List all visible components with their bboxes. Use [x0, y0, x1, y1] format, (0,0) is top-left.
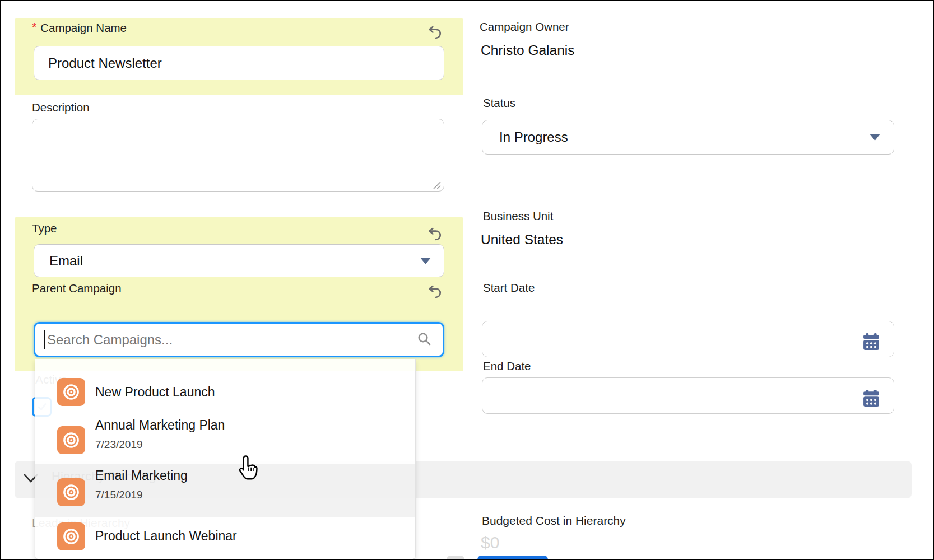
- campaign-owner-value: Christo Galanis: [481, 43, 574, 58]
- description-textarea[interactable]: [32, 119, 444, 192]
- undo-arrow-icon[interactable]: [427, 25, 443, 40]
- campaign-option-name: Annual Marketing Plan: [95, 418, 225, 433]
- status-select[interactable]: In Progress: [482, 120, 894, 155]
- campaign-name-label: *Campaign Name: [32, 21, 127, 35]
- budgeted-cost-value: $0: [481, 533, 499, 552]
- list-item-email-marketing[interactable]: Email Marketing 7/15/2019: [35, 464, 415, 517]
- campaign-edit-form: { "form": { "campaign_name": { "label": …: [0, 0, 934, 560]
- save-button-partial[interactable]: [477, 556, 548, 560]
- cancel-button-partial[interactable]: [447, 556, 464, 560]
- calendar-icon[interactable]: [863, 333, 879, 350]
- parent-campaign-lookup-dropdown: New Product Launch Annual Marketing Plan…: [35, 359, 416, 559]
- business-unit-value: United States: [481, 232, 563, 248]
- start-date-label: Start Date: [483, 281, 535, 295]
- start-date-input[interactable]: [482, 321, 894, 357]
- undo-arrow-icon[interactable]: [427, 284, 443, 300]
- campaign-option-date: 7/23/2019: [95, 438, 143, 451]
- end-date-input[interactable]: [482, 377, 894, 414]
- campaign-target-icon: [57, 522, 85, 550]
- parent-campaign-search-input[interactable]: [34, 322, 444, 357]
- business-unit-label: Business Unit: [483, 209, 553, 223]
- budgeted-cost-label: Budgeted Cost in Hierarchy: [482, 514, 626, 528]
- list-item-new-product-launch[interactable]: New Product Launch: [35, 359, 415, 407]
- chevron-down-icon: [870, 134, 880, 141]
- campaign-target-icon: [57, 478, 85, 506]
- description-label: Description: [32, 101, 90, 114]
- chevron-down-icon: [420, 258, 431, 264]
- campaign-option-name: Email Marketing: [95, 468, 188, 483]
- search-icon: [417, 332, 432, 347]
- campaign-name-input[interactable]: [34, 46, 444, 80]
- type-select[interactable]: Email: [34, 244, 444, 277]
- required-asterisk: *: [32, 20, 36, 33]
- end-date-label: End Date: [483, 360, 531, 373]
- undo-arrow-icon[interactable]: [427, 226, 443, 242]
- type-select-value: Email: [49, 253, 83, 269]
- text-caret: [44, 330, 45, 349]
- campaign-option-name: New Product Launch: [95, 385, 215, 400]
- campaign-option-date: 7/15/2019: [95, 489, 143, 501]
- calendar-icon[interactable]: [863, 390, 879, 407]
- campaign-owner-label: Campaign Owner: [480, 20, 569, 34]
- campaign-target-icon: [57, 426, 85, 454]
- status-select-value: In Progress: [499, 129, 568, 145]
- status-label: Status: [483, 96, 515, 110]
- hand-cursor: [238, 454, 260, 484]
- resize-handle-icon[interactable]: [432, 180, 442, 190]
- campaign-option-name: Product Launch Webinar: [95, 529, 237, 544]
- list-item-product-launch-webinar[interactable]: Product Launch Webinar: [35, 517, 415, 559]
- parent-campaign-label: Parent Campaign: [32, 282, 122, 295]
- list-item-annual-marketing-plan[interactable]: Annual Marketing Plan 7/23/2019: [35, 407, 415, 464]
- campaign-target-icon: [57, 378, 85, 406]
- type-label: Type: [32, 222, 57, 235]
